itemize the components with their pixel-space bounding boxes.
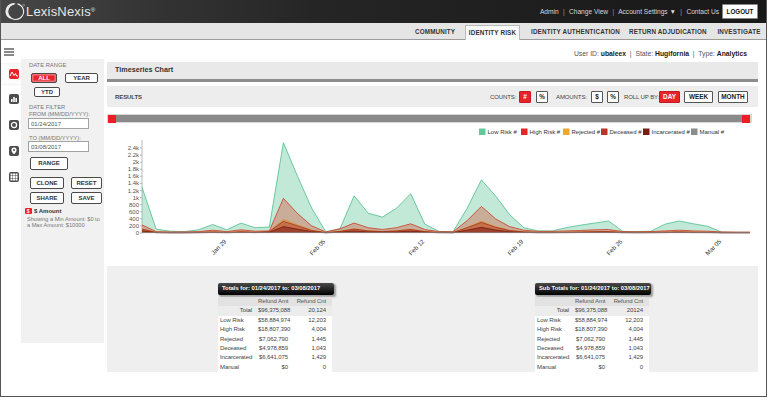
svg-text:600: 600 [129,209,140,215]
svg-text:1.8k: 1.8k [128,166,140,172]
svg-text:Low Risk #: Low Risk # [488,129,518,135]
svg-text:Feb 12: Feb 12 [407,237,426,256]
svg-text:2.2k: 2.2k [128,152,140,158]
svg-text:2.4k: 2.4k [128,145,140,151]
svg-text:1k: 1k [133,195,140,201]
svg-text:Feb 26: Feb 26 [605,237,624,256]
svg-text:Deceased #: Deceased # [610,129,643,135]
svg-text:800: 800 [129,202,140,208]
svg-text:Jan 29: Jan 29 [209,237,227,255]
svg-text:0: 0 [136,230,140,236]
svg-text:Manual #: Manual # [700,129,725,135]
svg-text:1.4k: 1.4k [128,180,140,186]
svg-text:200: 200 [129,223,140,229]
svg-text:400: 400 [129,216,140,222]
svg-text:High Risk #: High Risk # [530,129,561,135]
svg-text:1.2k: 1.2k [128,188,140,194]
svg-text:2k: 2k [133,159,140,165]
svg-text:Incarcerated #: Incarcerated # [652,129,691,135]
svg-text:1.6k: 1.6k [128,173,140,179]
svg-text:Rejected #: Rejected # [572,129,601,135]
svg-text:Feb 05: Feb 05 [308,237,327,256]
svg-text:Feb 19: Feb 19 [506,237,525,256]
svg-text:Mar 05: Mar 05 [704,237,723,256]
